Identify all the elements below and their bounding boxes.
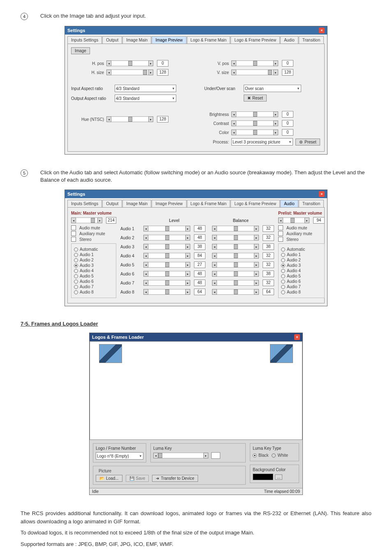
hpos-slider[interactable]: ◂▸ (106, 60, 153, 66)
radio-audio-1[interactable]: Audio 1 (74, 252, 113, 257)
radio-audio-2[interactable]: Audio 2 (74, 258, 113, 262)
process-select[interactable]: Level 3 processing picture▼ (231, 138, 293, 146)
audio-mute-check-r[interactable]: Audio mute (278, 225, 325, 230)
level-value[interactable]: 48 (194, 280, 205, 286)
reset-button[interactable]: ✖Reset (244, 95, 267, 102)
close-icon[interactable]: × (319, 191, 325, 197)
hpos-value[interactable]: 0 (157, 60, 168, 67)
tab-logo-frame-preview[interactable]: Logo & Frame Preview (231, 36, 280, 44)
vsize-slider[interactable]: ◂▸ (231, 69, 278, 75)
image-sub-button[interactable]: Image (71, 47, 90, 54)
close-icon[interactable]: × (319, 28, 325, 33)
balance-slider[interactable]: ◂▸ (212, 271, 259, 277)
radio-audio-3[interactable]: Audio 3 (74, 263, 113, 268)
main-volume-value[interactable]: 214 (106, 217, 116, 224)
balance-value[interactable]: 38 (263, 271, 274, 277)
radio-audio-7[interactable]: Audio 7 (74, 284, 113, 289)
balance-value[interactable]: 32 (263, 280, 274, 286)
balance-slider[interactable]: ◂▸ (212, 235, 259, 240)
tab-output[interactable]: Output (102, 36, 122, 44)
level-value[interactable]: 64 (194, 289, 205, 295)
balance-value[interactable]: 32 (263, 234, 274, 241)
tab-transition[interactable]: Transition (299, 36, 324, 44)
prelist-volume-value[interactable]: 94 (313, 217, 325, 224)
stereo-check[interactable]: Stereo (71, 237, 116, 242)
balance-value[interactable]: 64 (263, 289, 274, 295)
load-button[interactable]: 📂Load... (96, 475, 122, 482)
level-slider[interactable]: ◂▸ (143, 262, 190, 268)
tab-image-main[interactable]: Image Main (122, 36, 151, 44)
vpos-value[interactable]: 0 (282, 60, 293, 67)
tab-logo-frame-preview[interactable]: Logo & Frame Preview (231, 200, 280, 207)
radio-audio-4[interactable]: Audio 4 (74, 268, 113, 273)
tab-audio[interactable]: Audio (280, 36, 298, 44)
bg-color-picker-button[interactable]: ... (275, 474, 282, 480)
tab-audio[interactable]: Audio (280, 200, 298, 207)
balance-value[interactable]: 38 (263, 243, 274, 250)
tab-logo-frame-main[interactable]: Logo & Frame Main (187, 36, 231, 44)
luma-white-radio[interactable]: White (272, 453, 288, 458)
tab-logo-frame-main[interactable]: Logo & Frame Main (187, 200, 231, 207)
luma-key-slider[interactable]: ◂▸ (153, 453, 208, 458)
radio-audio-3[interactable]: Audio 3 (281, 263, 322, 268)
vpos-slider[interactable]: ◂▸ (231, 60, 278, 66)
tab-inputs-settings[interactable]: Inputs Settings (67, 36, 102, 44)
hsize-slider[interactable]: ◂▸ (106, 69, 153, 75)
luma-key-value[interactable] (211, 452, 220, 459)
tab-image-preview[interactable]: Image Preview (152, 200, 186, 207)
level-value[interactable]: 48 (194, 234, 205, 241)
level-value[interactable]: 38 (194, 243, 205, 250)
vsize-value[interactable]: 128 (282, 69, 293, 76)
balance-slider[interactable]: ◂▸ (212, 280, 259, 286)
under-over-select[interactable]: Over scan▼ (244, 85, 301, 92)
level-slider[interactable]: ◂▸ (143, 289, 190, 295)
balance-slider[interactable]: ◂▸ (212, 253, 259, 259)
bg-color-swatch[interactable] (253, 474, 273, 480)
luma-black-radio[interactable]: Black (253, 453, 268, 458)
save-button[interactable]: 💾Save (126, 475, 149, 482)
balance-slider[interactable]: ◂▸ (212, 262, 259, 268)
radio-audio-6[interactable]: Audio 6 (74, 279, 113, 284)
color-slider[interactable]: ◂▸ (231, 130, 278, 135)
stereo-check-r[interactable]: Stereo (278, 237, 325, 242)
close-icon[interactable]: × (294, 334, 300, 340)
balance-slider[interactable]: ◂▸ (212, 226, 259, 231)
input-aspect-select[interactable]: 4/3 Standard▼ (115, 85, 176, 92)
color-value[interactable]: 0 (282, 129, 293, 136)
balance-slider[interactable]: ◂▸ (212, 244, 259, 250)
balance-value[interactable]: 32 (263, 261, 274, 268)
main-volume-slider[interactable]: ◂▸ (71, 217, 102, 223)
balance-slider[interactable]: ◂▸ (212, 289, 259, 295)
tab-transition[interactable]: Transition (299, 200, 324, 207)
audio-mute-check[interactable]: Audio mute (71, 225, 116, 230)
radio-automatic[interactable]: Automatic (74, 247, 113, 252)
brightness-value[interactable]: 0 (282, 111, 293, 118)
contrast-value[interactable]: 0 (282, 120, 293, 127)
level-value[interactable]: 48 (194, 225, 205, 232)
logo-frame-number-select[interactable]: Logo n°8 (Empty)▼ (96, 452, 143, 460)
prelist-volume-slider[interactable]: ◂▸ (278, 217, 309, 223)
tab-image-main[interactable]: Image Main (122, 200, 151, 207)
radio-audio-8[interactable]: Audio 8 (281, 290, 322, 294)
level-value[interactable]: 27 (194, 261, 205, 268)
balance-value[interactable]: 32 (263, 225, 274, 232)
radio-audio-4[interactable]: Audio 4 (281, 268, 322, 273)
level-slider[interactable]: ◂▸ (143, 226, 190, 231)
radio-audio-5[interactable]: Audio 5 (74, 274, 113, 278)
level-slider[interactable]: ◂▸ (143, 253, 190, 259)
hsize-value[interactable]: 128 (157, 69, 168, 76)
level-slider[interactable]: ◂▸ (143, 280, 190, 286)
tab-image-preview[interactable]: Image Preview (152, 36, 186, 44)
output-aspect-select[interactable]: 4/3 Standard▼ (115, 95, 176, 102)
radio-automatic[interactable]: Automatic (281, 247, 322, 252)
radio-audio-5[interactable]: Audio 5 (281, 274, 322, 278)
radio-audio-6[interactable]: Audio 6 (281, 279, 322, 284)
radio-audio-7[interactable]: Audio 7 (281, 284, 322, 289)
level-value[interactable]: 84 (194, 252, 205, 259)
aux-mute-check[interactable]: Auxiliary mute (71, 231, 116, 236)
radio-audio-2[interactable]: Audio 2 (281, 258, 322, 262)
tab-output[interactable]: Output (102, 200, 122, 207)
hue-slider[interactable]: ◂▸ (106, 116, 153, 122)
contrast-slider[interactable]: ◂▸ (231, 120, 278, 126)
balance-value[interactable]: 32 (263, 252, 274, 259)
